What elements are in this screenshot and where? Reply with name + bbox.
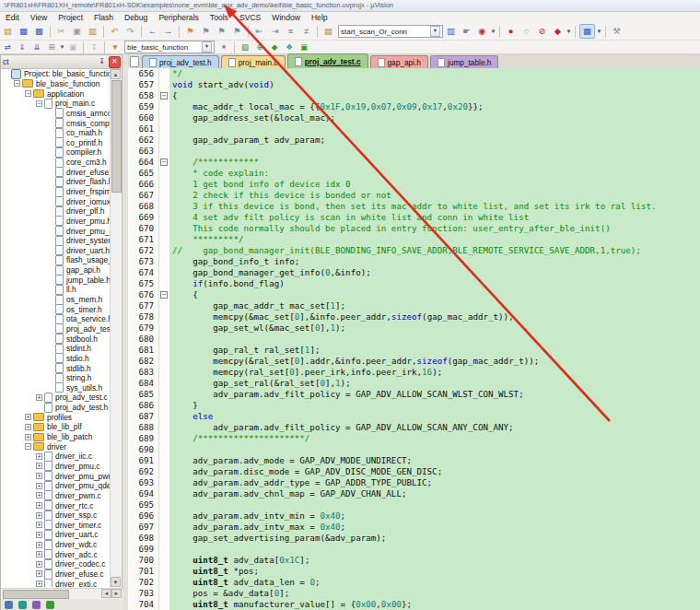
rebuild-icon[interactable]: ⇊ — [30, 41, 43, 53]
breakpoint-disable-icon[interactable]: ○ — [519, 25, 533, 38]
tab-proj_main-c[interactable]: proj_main.c — [221, 55, 286, 68]
tab-proj_adv_test-c[interactable]: proj_adv_test.c — [287, 53, 368, 68]
tree-item[interactable]: stdlib.h — [1, 363, 111, 373]
menu-flash[interactable]: Flash — [88, 12, 119, 23]
code-line[interactable]: 660 gap_address_set(&local_mac); — [128, 112, 700, 123]
menu-peripherals[interactable]: Peripherals — [153, 12, 204, 23]
unindent-icon[interactable]: ⇤ — [252, 25, 266, 38]
tree-item[interactable]: +driver_adc.c — [1, 549, 111, 559]
code-line[interactable]: 700 uint8_t adv_data[0x1C]; — [128, 555, 700, 566]
collapse-icon[interactable]: − — [14, 80, 20, 87]
search-dropdown-icon[interactable]: ◉ — [475, 25, 489, 38]
find-icon[interactable]: ▥ — [444, 25, 458, 38]
expand-icon[interactable]: + — [36, 483, 42, 489]
tree-item[interactable]: co_math.h — [1, 128, 111, 138]
tab-gap_api-h[interactable]: gap_api.h — [370, 55, 428, 68]
function-editor-icon[interactable]: ◆ — [268, 41, 281, 53]
expand-icon[interactable]: + — [36, 473, 42, 479]
code-line[interactable]: 657void start_adv(void) — [128, 79, 700, 90]
code-line[interactable]: 687 else — [128, 411, 700, 422]
breakpoint-disable-all-icon[interactable]: ⊘ — [535, 25, 549, 38]
menu-edit[interactable]: Edit — [0, 12, 25, 23]
code-line[interactable]: 673 gap_bond_info_t info; — [128, 256, 700, 267]
tree-item[interactable]: core_cm3.h — [1, 158, 111, 168]
code-line[interactable]: 691 adv_param.adv_mode = GAP_ADV_MODE_UN… — [128, 455, 700, 466]
code-line[interactable]: 686 } — [128, 400, 700, 411]
tree-item[interactable]: flash_usage_confi — [1, 255, 111, 265]
save-all-icon[interactable]: ▩ — [32, 25, 46, 38]
manage-rte-icon[interactable]: ▣ — [298, 41, 310, 53]
tree-item[interactable]: proj_adv_test.h — [1, 403, 111, 413]
scroll-left-icon[interactable]: ◄ — [101, 589, 111, 598]
code-line[interactable]: 667 2 check if this device is bonded or … — [128, 190, 700, 201]
pack-installer-icon[interactable]: ❖ — [283, 41, 296, 53]
tree-item[interactable]: os_mem.h — [1, 295, 111, 305]
scroll-down-icon[interactable]: ▼ — [111, 577, 121, 587]
expand-icon[interactable]: + — [36, 570, 42, 577]
bookmark-clear-icon[interactable]: ⚑ — [230, 25, 244, 38]
code-line[interactable]: 702 uint8_t adv_data_len = 0; — [128, 577, 700, 588]
code-line[interactable]: 679 gap_set_wl(&mac_set[0],1); — [128, 323, 700, 334]
menu-project[interactable]: Project — [52, 12, 88, 23]
code-line[interactable]: 699 — [128, 544, 700, 555]
menu-view[interactable]: View — [25, 12, 52, 23]
code-line[interactable]: 685 adv_param.adv_filt_policy = GAP_ADV_… — [128, 389, 700, 400]
indent-icon[interactable]: ⇥ — [268, 25, 282, 38]
back-icon[interactable]: ← — [146, 25, 159, 38]
chevron-down-icon[interactable]: ▼ — [59, 44, 65, 50]
code-line[interactable]: 684 gap_set_ral(&ral_set[0],1); — [128, 378, 700, 389]
code-line[interactable]: 696 adv_param.adv_intv_min = 0x40; — [128, 510, 700, 522]
code-line[interactable]: 671 *********/ — [128, 234, 700, 245]
tree-item[interactable]: jump_table.h — [1, 275, 111, 285]
scrollbar-thumb-h[interactable] — [3, 590, 69, 599]
chevron-down-icon[interactable]: ▼ — [430, 26, 440, 37]
uncomment-icon[interactable]: ≠ — [299, 25, 313, 38]
code-line[interactable]: 704 uint8_t manufacturer_value[] = {0x00… — [128, 599, 700, 610]
bookmark-next-icon[interactable]: ⚑ — [215, 25, 228, 38]
tree-item[interactable]: driver_efuse.h — [1, 167, 111, 177]
batch-build-icon[interactable]: ⊞ — [45, 41, 58, 53]
tree-item[interactable]: −application — [1, 88, 111, 99]
file-extensions-icon[interactable]: ▧ — [239, 41, 251, 53]
code-line[interactable]: 674 gap_bond_manager_get_info(0,&info); — [128, 267, 700, 278]
scroll-right-icon[interactable]: ► — [111, 589, 122, 598]
tree-item[interactable]: driver_pmu.h — [1, 217, 111, 227]
tree-item[interactable]: +driver_pwm.c — [1, 491, 111, 501]
menu-debug[interactable]: Debug — [119, 12, 153, 23]
build-icon[interactable]: ⇓ — [16, 41, 29, 53]
components-icon[interactable]: ⊕ — [253, 41, 266, 53]
tree-item[interactable]: driver_frspim.h — [1, 187, 111, 197]
comment-icon[interactable]: ≡ — [284, 25, 298, 38]
code-line[interactable]: 661 — [128, 123, 700, 135]
tree-item[interactable]: ota_service.h — [1, 314, 111, 324]
chevron-down-icon[interactable]: ▼ — [566, 29, 572, 34]
cut-icon[interactable]: ✂ — [54, 25, 68, 38]
tree-item[interactable]: +driver_timer.c — [1, 520, 111, 530]
code-line[interactable]: 690 — [128, 444, 700, 455]
forward-icon[interactable]: → — [161, 25, 175, 38]
expand-icon[interactable]: + — [25, 434, 31, 440]
tree-item[interactable]: Project: ble_basic_function — [1, 69, 111, 79]
tree-item[interactable]: driver_flash.h — [1, 177, 111, 187]
tree-item[interactable]: driver_iomux.h — [1, 196, 111, 206]
tree-item[interactable]: +driver_iic.c — [1, 452, 111, 462]
expand-icon[interactable]: + — [36, 551, 42, 557]
code-line[interactable]: 682 memcpy(&ral_set[0].addr,&info.peer_a… — [128, 356, 700, 367]
code-line[interactable]: 676− { — [128, 289, 700, 300]
code-line[interactable]: 694 adv_param.adv_chnl_map = GAP_ADV_CHA… — [128, 488, 700, 499]
tree-item[interactable]: +driver_codec.c — [1, 559, 111, 569]
code-line[interactable]: 693 adv_param.adv_addr_type = GAP_ADDR_T… — [128, 477, 700, 488]
options-target-icon[interactable]: ✶ — [217, 41, 230, 53]
code-line[interactable]: 663 — [128, 146, 700, 157]
tree-item[interactable]: compiler.h — [1, 147, 111, 158]
download-icon[interactable]: ↧ — [88, 41, 100, 53]
fold-collapse-icon[interactable]: − — [160, 291, 168, 299]
tree-item[interactable]: stdint.h — [1, 344, 111, 354]
target-combobox[interactable]: ble_basic_function▼ — [124, 41, 215, 53]
code-line[interactable]: 692 adv_param.disc_mode = GAP_ADV_DISC_M… — [128, 466, 700, 477]
tree-item[interactable]: sys_utils.h — [1, 383, 111, 393]
code-line[interactable]: 678 memcpy(&mac_set[0],&info.peer_addr,s… — [128, 311, 700, 323]
tree-item[interactable]: +driver_pmu_qdec.c — [1, 481, 111, 491]
code-line[interactable]: 680 — [128, 334, 700, 345]
code-line[interactable]: 668 3 if this device is bond, then set i… — [128, 201, 700, 212]
